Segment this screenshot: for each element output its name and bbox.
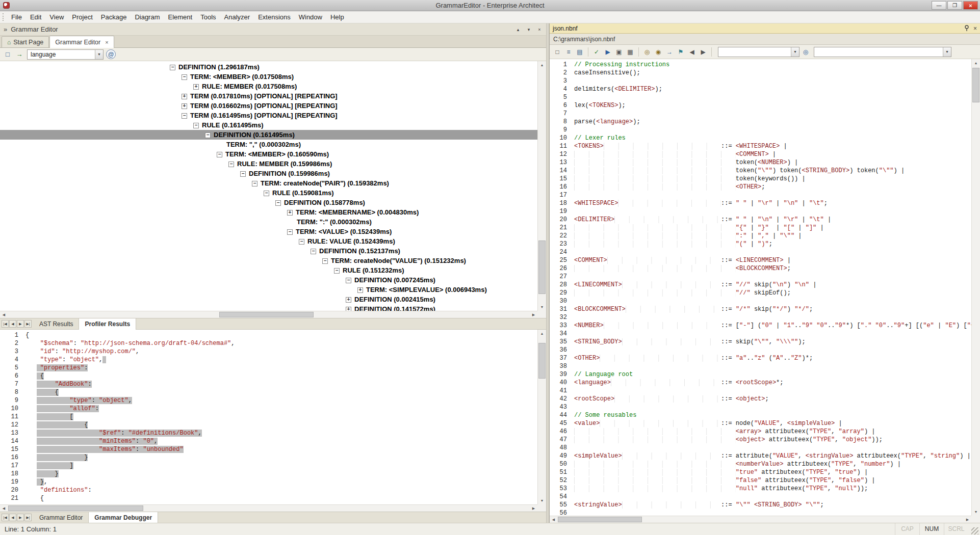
tree-row[interactable]: TERM: ":" (0.000302ms) <box>0 217 537 227</box>
tree-row[interactable]: −RULE (0.151232ms) <box>0 265 537 275</box>
filter-combobox[interactable]: ▼ <box>814 47 951 57</box>
tree-row[interactable]: +TERM (0.016602ms) [OPTIONAL] [REPEATING… <box>0 101 537 111</box>
collapse-panel-icon[interactable]: ▴ <box>513 25 523 34</box>
run-parser-icon[interactable]: ▶ <box>603 47 613 57</box>
menu-help[interactable]: Help <box>326 11 348 23</box>
editor-horizontal-scrollbar[interactable]: ◀ ▶ <box>550 516 971 523</box>
tree-row[interactable]: −RULE (0.159081ms) <box>0 188 537 198</box>
expand-icon[interactable]: + <box>182 103 187 109</box>
collapse-icon[interactable]: − <box>205 132 211 138</box>
next-tab-button[interactable]: ▶ <box>17 320 24 328</box>
new-grammar-icon[interactable]: □ <box>3 49 13 60</box>
scroll-right-icon[interactable]: ▶ <box>530 311 537 318</box>
save-icon[interactable]: ▤ <box>575 47 585 57</box>
minimize-button[interactable]: — <box>932 1 946 10</box>
tree-row[interactable]: −RULE (0.161495ms) <box>0 120 537 130</box>
overflow-chevrons-icon[interactable]: » <box>4 25 7 33</box>
new-file-icon[interactable]: □ <box>552 47 562 57</box>
maximize-button[interactable]: ❐ <box>947 1 962 10</box>
scroll-up-icon[interactable]: ▲ <box>538 61 546 69</box>
collapse-icon[interactable]: − <box>264 191 269 196</box>
window-position-menu-icon[interactable]: ▾ <box>524 25 533 34</box>
collapse-icon[interactable]: − <box>287 229 293 235</box>
scroll-up-icon[interactable]: ▲ <box>538 330 546 337</box>
source-horizontal-scrollbar[interactable]: ◀ ▶ <box>0 504 537 512</box>
previous-tab-button[interactable]: ◀ <box>9 514 16 521</box>
tree-row[interactable]: −TERM: createNode("PAIR") (0.159382ms) <box>0 178 537 188</box>
tab-profiler-results[interactable]: Profiler Results <box>79 318 136 330</box>
language-select[interactable]: language ▼ <box>27 49 104 60</box>
last-tab-button[interactable]: ▶| <box>24 514 32 521</box>
tree-row[interactable]: −TERM: <MEMBER> (0.017508ms) <box>0 72 537 82</box>
resize-grip[interactable] <box>971 527 978 534</box>
collapse-icon[interactable]: − <box>299 239 304 245</box>
bookmark-icon[interactable]: ⚑ <box>676 47 686 57</box>
validate-grammar-icon[interactable]: ✓ <box>591 47 602 57</box>
expand-icon[interactable]: + <box>346 307 351 311</box>
sample-source[interactable]: 1{2 "$schema": "http://json-schema.org/d… <box>0 331 537 504</box>
copy-icon[interactable]: ▣ <box>614 47 624 57</box>
scroll-left-icon[interactable]: ◀ <box>0 311 8 318</box>
tab-start-page[interactable]: ⌂Start Page <box>2 36 49 47</box>
tab-grammar-debugger[interactable]: Grammar Debugger <box>89 512 158 523</box>
replace-icon[interactable]: ◉ <box>653 47 663 57</box>
next-bookmark-icon[interactable]: ▶ <box>698 47 708 57</box>
menu-package[interactable]: Package <box>97 11 131 23</box>
scroll-down-icon[interactable]: ▼ <box>538 303 546 311</box>
close-panel-icon[interactable]: × <box>535 25 544 34</box>
expand-icon[interactable]: + <box>346 297 351 303</box>
scrollbar-thumb[interactable] <box>538 240 546 294</box>
editor-vertical-scrollbar[interactable]: ▲ ▼ <box>971 59 980 516</box>
scrollbar-thumb[interactable] <box>558 517 642 522</box>
scroll-down-icon[interactable]: ▼ <box>538 497 546 504</box>
scroll-up-icon[interactable]: ▲ <box>972 59 980 67</box>
tab-ast-results[interactable]: AST Results <box>34 318 79 330</box>
chevron-down-icon[interactable]: ▼ <box>791 47 799 57</box>
source-vertical-scrollbar[interactable]: ▲ ▼ <box>537 330 546 504</box>
scrollbar-thumb[interactable] <box>8 505 143 511</box>
menu-edit[interactable]: Edit <box>26 11 45 23</box>
menu-file[interactable]: File <box>7 11 26 23</box>
tree-row[interactable]: +TERM: <SIMPLEVALUE> (0.006943ms) <box>0 285 537 295</box>
expand-icon[interactable]: + <box>287 210 293 216</box>
tree-row[interactable]: −TERM (0.161495ms) [OPTIONAL] [REPEATING… <box>0 111 537 120</box>
tab-grammar-editor[interactable]: Grammar Editor <box>34 512 89 523</box>
collapse-icon[interactable]: − <box>228 162 234 167</box>
collapse-icon[interactable]: − <box>252 181 257 186</box>
previous-tab-button[interactable]: ◀ <box>9 320 16 328</box>
menu-view[interactable]: View <box>45 11 68 23</box>
scroll-right-icon[interactable]: ▶ <box>964 516 971 523</box>
tree-row[interactable]: +TERM: <MEMBERNAME> (0.004830ms) <box>0 207 537 217</box>
chevron-down-icon[interactable]: ▼ <box>943 47 951 57</box>
collapse-icon[interactable]: − <box>275 200 281 206</box>
close-button[interactable]: × <box>963 1 978 10</box>
collapse-icon[interactable]: − <box>240 171 246 177</box>
collapse-icon[interactable]: − <box>334 268 340 274</box>
goto-line-icon[interactable]: → <box>664 47 675 57</box>
close-tab-icon[interactable]: × <box>105 39 108 45</box>
previous-bookmark-icon[interactable]: ◀ <box>687 47 697 57</box>
tree-row[interactable]: TERM: "," (0.000302ms) <box>0 140 537 149</box>
tree-row[interactable]: −DEFINITION (0.161495ms) <box>0 130 537 140</box>
menu-extensions[interactable]: Extensions <box>254 11 295 23</box>
paste-icon[interactable]: ▦ <box>625 47 635 57</box>
collapse-icon[interactable]: − <box>322 258 328 264</box>
first-tab-button[interactable]: |◀ <box>2 514 9 521</box>
menu-analyzer[interactable]: Analyzer <box>220 11 254 23</box>
collapse-icon[interactable]: − <box>217 152 222 157</box>
scroll-left-icon[interactable]: ◀ <box>550 516 557 523</box>
tree-horizontal-scrollbar[interactable]: ◀ ▶ <box>0 311 537 318</box>
search-button[interactable]: ◎ <box>801 47 811 57</box>
collapse-icon[interactable]: − <box>182 74 187 80</box>
tree-row[interactable]: −RULE: VALUE (0.152439ms) <box>0 236 537 246</box>
tree-row[interactable]: −DEFINITION (0.159986ms) <box>0 169 537 178</box>
collapse-icon[interactable]: − <box>311 249 316 254</box>
tree-row[interactable]: −TERM: <VALUE> (0.152439ms) <box>0 227 537 236</box>
scroll-right-icon[interactable]: ▶ <box>530 505 537 512</box>
chevron-down-icon[interactable]: ▼ <box>95 50 103 59</box>
next-tab-button[interactable]: ▶ <box>17 514 24 521</box>
tree-row[interactable]: +RULE: MEMBER (0.017508ms) <box>0 82 537 91</box>
find-icon[interactable]: ◎ <box>642 47 652 57</box>
menu-project[interactable]: Project <box>68 11 96 23</box>
tab-grammar-editor[interactable]: Grammar Editor× <box>49 36 114 48</box>
